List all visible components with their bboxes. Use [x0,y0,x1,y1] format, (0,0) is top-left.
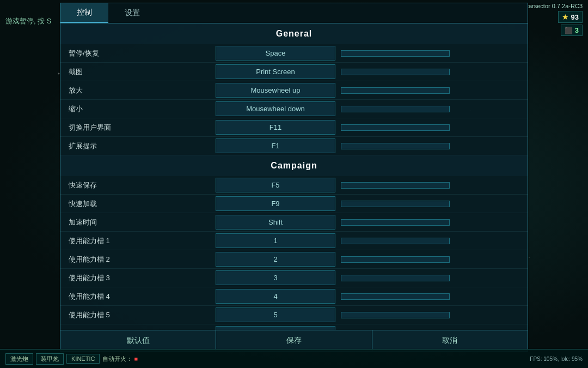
bottom-toolbar: 激光炮 装甲炮 KINETIC 自动开火： ■ FPS: 105%, lolc:… [0,349,588,368]
action-label: 扩展提示 [60,138,213,154]
general-section-header: General [60,23,528,44]
keybind-row: 快速加载 F9 [60,195,528,213]
action-label: 快速加载 [60,196,213,212]
keybind-row: 快速保存 F5 [60,176,528,195]
keybind-row: 暂停/恢复 Space [60,44,528,63]
secondary-key[interactable] [341,201,450,207]
primary-key[interactable]: F1 [216,138,335,153]
secondary-key[interactable] [341,238,450,244]
primary-key[interactable]: 5 [216,307,335,322]
action-label: 暂停/恢复 [60,45,213,62]
tab-control[interactable]: 控制 [60,3,108,23]
action-label: 使用能力槽 5 [60,307,213,323]
campaign-rows: 快速保存 F5 快速加载 F9 加速时间 Shift 使用能力槽 1 1 使用能… [60,176,528,330]
weapon-label[interactable]: 激光炮 [5,353,33,365]
keybind-dialog: 控制 设置 General 暂停/恢复 Space 截图 Print Scree… [60,3,528,352]
campaign-section-header: Campaign [60,155,528,176]
secondary-key[interactable] [341,256,450,263]
primary-key[interactable]: 2 [216,252,335,267]
cancel-button[interactable]: 取消 [372,330,528,351]
primary-key[interactable]: F5 [216,178,335,192]
primary-key[interactable]: Mousewheel down [216,101,335,116]
secondary-key[interactable] [341,143,450,149]
secondary-key[interactable] [341,106,450,112]
action-label: 截图 [60,64,213,80]
keybind-row: 使用能力槽 5 5 [60,306,528,324]
keybind-row: 缩小 Mousewheel down [60,100,528,118]
secondary-key[interactable] [341,312,450,318]
secondary-key[interactable] [341,219,450,226]
action-label: 快速保存 [60,177,213,194]
secondary-key[interactable] [341,293,450,300]
action-label: 使用能力槽 4 [60,288,213,305]
tab-settings[interactable]: 设置 [108,3,156,23]
kinetic-label[interactable]: KINETIC [66,354,100,364]
keybind-row: 截图 Print Screen [60,63,528,81]
fps-display: FPS: 105%, lolc: 95% [530,356,583,362]
action-label: 使用能力槽 1 [60,233,213,249]
action-label: 缩小 [60,101,213,117]
primary-key[interactable]: 6 [216,326,335,330]
primary-key[interactable]: 4 [216,289,335,304]
primary-key[interactable]: F11 [216,120,335,135]
secondary-key[interactable] [341,124,450,131]
keybind-row: 使用能力槽 2 2 [60,250,528,269]
primary-key[interactable]: Print Screen [216,64,335,79]
general-rows: 暂停/恢复 Space 截图 Print Screen 放大 Mousewhee… [60,44,528,155]
primary-key[interactable]: 3 [216,270,335,285]
dialog-footer: 默认值 保存 取消 [60,330,528,351]
secondary-key[interactable] [341,50,450,57]
auto-fire-label: 自动开火： ■ [102,355,138,363]
dialog-overlay: 控制 设置 General 暂停/恢复 Space 截图 Print Scree… [0,0,588,349]
action-label: 使用能力槽 2 [60,251,213,268]
action-label: 加速时间 [60,214,213,231]
keybind-row: 使用能力槽 3 3 [60,269,528,287]
keybind-row: 加速时间 Shift [60,213,528,232]
action-label: 切换用户界面 [60,119,213,136]
secondary-key[interactable] [341,182,450,189]
keybind-row: 切换用户界面 F11 [60,118,528,137]
dialog-tabs: 控制 设置 [60,3,528,23]
keybind-row: 放大 Mousewheel up [60,81,528,100]
primary-key[interactable]: 1 [216,233,335,248]
primary-key[interactable]: Space [216,46,335,61]
action-label: 放大 [60,82,213,99]
primary-key[interactable]: Shift [216,215,335,230]
keybind-row: 扩展提示 F1 [60,137,528,155]
primary-key[interactable]: F9 [216,196,335,211]
dialog-content[interactable]: General 暂停/恢复 Space 截图 Print Screen 放大 M… [60,23,528,330]
keybind-row: 使用能力槽 1 1 [60,232,528,250]
default-button[interactable]: 默认值 [60,330,216,351]
secondary-key[interactable] [341,69,450,75]
save-button[interactable]: 保存 [216,330,372,351]
action-label: 使用能力槽 6 [60,325,213,330]
secondary-key[interactable] [341,87,450,94]
primary-key[interactable]: Mousewheel up [216,83,335,98]
secondary-key[interactable] [341,275,450,281]
ship-label[interactable]: 装甲炮 [36,353,64,365]
action-label: 使用能力槽 3 [60,270,213,286]
keybind-row: 使用能力槽 4 4 [60,287,528,306]
keybind-row: 使用能力槽 6 6 [60,324,528,330]
